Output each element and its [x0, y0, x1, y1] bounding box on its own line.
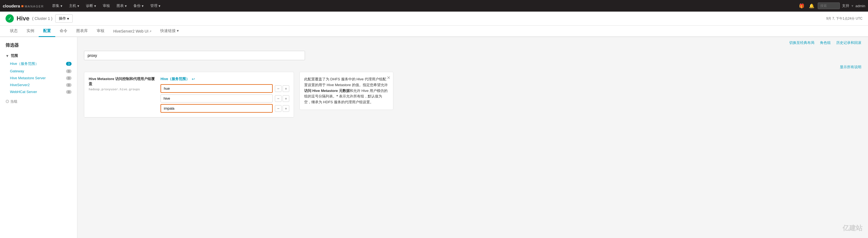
sidebar-item-count: 0	[66, 69, 71, 73]
tab-commands[interactable]: 命令	[55, 26, 72, 37]
config-search-input[interactable]	[84, 51, 305, 60]
nav-admin[interactable]: 管理 ▾	[148, 0, 163, 11]
remove-row-button[interactable]: −	[275, 105, 281, 112]
add-row-button[interactable]: +	[283, 85, 289, 92]
config-label-title: Hive Metastore 访问控制和代理用户组覆盖	[89, 76, 155, 87]
sidebar-item-count: 0	[66, 90, 71, 94]
chevron-down-icon: ▾	[142, 4, 144, 8]
top-actions-bar: 切换至经典布局 角色组 历史记录和回滚	[78, 37, 868, 48]
chevron-down-icon: ▾	[78, 4, 79, 8]
role-group-link[interactable]: 角色组	[820, 40, 831, 45]
config-section: Hive Metastore 访问控制和代理用户组覆盖 hadoop.proxy…	[84, 72, 294, 117]
service-name: Hive	[17, 15, 29, 22]
value-row: − +	[160, 104, 289, 113]
config-content: Hive Metastore 访问控制和代理用户组覆盖 hadoop.proxy…	[78, 72, 868, 117]
nav-diagnostics[interactable]: 诊断 ▾	[83, 0, 99, 11]
remove-row-button[interactable]: −	[275, 95, 281, 102]
top-navigation: cloudera ■ MANAGER 群集 ▾ 主机 ▾ 诊断 ▾ 审核 图表 …	[0, 0, 868, 11]
cluster-name: ( Cluster 1 )	[32, 16, 52, 21]
tab-bar: 状态 实例 配置 命令 图表库 审核 HiveServer2 Web UI ↗ …	[0, 26, 868, 37]
description-panel: ✕ 此配置覆盖了为 DHFS 服务中的 Hive 代理用户组配置设置的用于 Hi…	[300, 72, 393, 110]
sidebar-item-webhcat[interactable]: WebHCat Server 0	[0, 88, 77, 95]
history-rollback-link[interactable]: 历史记录和回滚	[836, 40, 861, 45]
scope-badge: Hive（服务范围）	[160, 76, 189, 81]
support-link[interactable]: 支持	[842, 3, 849, 8]
tab-config[interactable]: 配置	[39, 26, 55, 37]
search-bar	[78, 48, 868, 65]
chevron-down-icon: ▾	[61, 4, 62, 8]
external-link-icon: ↗	[149, 30, 151, 33]
logo-area: cloudera ■ MANAGER	[3, 4, 44, 8]
content-area: 切换至经典布局 角色组 历史记录和回滚 显示所有说明 Hive Metastor…	[78, 37, 868, 238]
show-all-link[interactable]: 显示所有说明	[840, 65, 861, 69]
sidebar-item-hiveserver2[interactable]: HiveServer2 0	[0, 81, 77, 88]
cloudera-logo: cloudera ■ MANAGER	[3, 4, 44, 8]
service-status-icon: ✓	[5, 14, 14, 23]
config-label: Hive Metastore 访问控制和代理用户组覆盖 hadoop.proxy…	[89, 76, 155, 113]
close-description-button[interactable]: ✕	[387, 74, 390, 81]
nav-charts[interactable]: 图表 ▾	[114, 0, 130, 11]
sidebar-title: 筛选器	[0, 42, 77, 52]
sidebar-item-gateway[interactable]: Gateway 0	[0, 68, 77, 74]
nav-audit[interactable]: 审核	[100, 0, 113, 11]
nav-right-area: 🎁 🔔 支持 ▾ admin	[798, 2, 865, 10]
config-scope-header: Hive（服务范围） ↩	[160, 76, 289, 81]
gift-icon[interactable]: 🎁	[798, 2, 806, 10]
main-layout: 筛选器 ▼ 范围 Hive（服务范围） 3 Gateway 0 Hive Met…	[0, 37, 868, 238]
nav-cluster[interactable]: 群集 ▾	[50, 0, 65, 11]
value-rows: − + − +	[160, 84, 289, 113]
config-values-area: Hive（服务范围） ↩ − +	[160, 76, 289, 113]
add-row-button[interactable]: +	[283, 105, 289, 112]
remove-row-button[interactable]: −	[275, 85, 281, 92]
bell-icon[interactable]: 🔔	[808, 2, 815, 10]
admin-link[interactable]: admin	[856, 4, 865, 8]
row-controls: − +	[275, 95, 289, 102]
chevron-down-icon: ▾	[125, 4, 127, 8]
row-controls: − +	[275, 85, 289, 92]
chevron-down-icon: ▾	[177, 28, 179, 33]
value-input-impala[interactable]	[160, 104, 273, 113]
tab-hiveserver2-webui[interactable]: HiveServer2 Web UI ↗	[109, 26, 156, 37]
tab-instances[interactable]: 实例	[22, 26, 39, 37]
nav-host[interactable]: 主机 ▾	[66, 0, 82, 11]
value-row: − +	[160, 84, 289, 93]
action-button[interactable]: 操作 ▾	[55, 14, 73, 23]
add-row-button[interactable]: +	[283, 95, 289, 102]
sidebar-item-metastore[interactable]: Hive Metastore Server 0	[0, 74, 77, 81]
sidebar-item-count: 3	[66, 62, 71, 66]
nav-backup[interactable]: 备份 ▾	[131, 0, 147, 11]
collapse-arrow-icon: ▼	[5, 54, 9, 58]
chevron-down-icon: ▾	[67, 16, 69, 21]
nav-search-input[interactable]	[818, 2, 840, 9]
sidebar-item-count: 0	[66, 76, 71, 80]
sidebar-scope-header[interactable]: ▼ 范围	[0, 52, 77, 60]
sidebar-item-hive-service[interactable]: Hive（服务范围） 3	[0, 60, 77, 68]
sidebar: 筛选器 ▼ 范围 Hive（服务范围） 3 Gateway 0 Hive Met…	[0, 37, 78, 238]
chevron-down-icon: ▾	[94, 4, 96, 8]
row-controls: − +	[275, 105, 289, 112]
config-item-proxy: Hive Metastore 访问控制和代理用户组覆盖 hadoop.proxy…	[84, 72, 294, 117]
description-text: 此配置覆盖了为 DHFS 服务中的 Hive 代理用户组配置设置的用于 Hive…	[304, 76, 389, 105]
sidebar-group-section: ◎ 当组	[0, 98, 77, 106]
timestamp: 9月 7, 下午1点24分 UTC	[826, 16, 863, 21]
value-row: − +	[160, 95, 289, 102]
sidebar-scope-section: ▼ 范围 Hive（服务范围） 3 Gateway 0 Hive Metasto…	[0, 52, 77, 95]
switch-layout-link[interactable]: 切换至经典布局	[789, 40, 814, 45]
chevron-down-icon: ▾	[159, 4, 160, 8]
value-input-hue[interactable]	[160, 84, 273, 93]
config-label-key: hadoop.proxyuser.hive.groups	[89, 88, 155, 91]
service-header: ✓ Hive ( Cluster 1 ) 操作 ▾ 9月 7, 下午1点24分 …	[0, 11, 868, 26]
tab-quicklinks[interactable]: 快速链接 ▾	[156, 26, 183, 37]
sidebar-item-count: 0	[66, 83, 71, 87]
value-input-hive[interactable]	[160, 95, 273, 102]
revert-icon[interactable]: ↩	[192, 77, 195, 81]
tab-status[interactable]: 状态	[5, 26, 22, 37]
service-title-area: ✓ Hive ( Cluster 1 ) 操作 ▾	[5, 14, 73, 23]
tab-audit[interactable]: 审核	[92, 26, 109, 37]
tab-charts[interactable]: 图表库	[72, 26, 92, 37]
